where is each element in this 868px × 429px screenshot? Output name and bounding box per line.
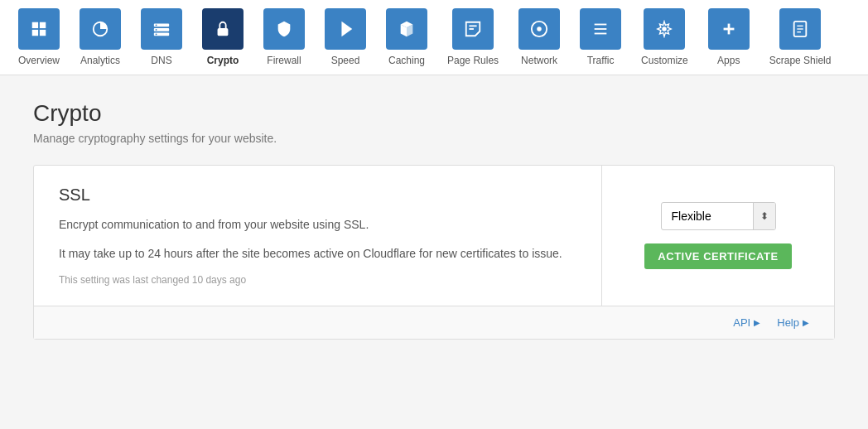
ssl-description: Encrypt communication to and from your w… (59, 216, 576, 234)
nav-label-apps: Apps (717, 55, 740, 66)
nav-label-speed: Speed (331, 55, 360, 66)
nav-item-apps[interactable]: Apps (698, 0, 760, 75)
nav-item-network[interactable]: Network (509, 0, 570, 75)
nav-label-dns: DNS (151, 55, 171, 66)
nav-label-network: Network (521, 55, 557, 66)
nav-label-overview: Overview (18, 55, 60, 66)
nav-label-firewall: Firewall (267, 55, 301, 66)
svg-rect-11 (218, 28, 229, 36)
apps-icon (708, 8, 750, 50)
nav-label-analytics: Analytics (80, 55, 120, 66)
page-rules-icon (452, 8, 494, 50)
svg-marker-12 (341, 22, 352, 36)
nav-label-customize: Customize (641, 55, 688, 66)
caching-icon (386, 8, 427, 50)
nav-item-dns[interactable]: DNS (131, 0, 192, 75)
svg-rect-2 (32, 30, 38, 36)
nav-label-caching: Caching (388, 55, 425, 66)
nav-label-traffic: Traffic (587, 55, 615, 66)
overview-icon (18, 8, 60, 50)
nav-label-page-rules: Page Rules (447, 55, 499, 66)
main-content: Crypto Manage cryptography settings for … (0, 75, 868, 390)
help-link[interactable]: Help ▶ (777, 316, 809, 329)
nav-item-firewall[interactable]: Firewall (253, 0, 315, 75)
card-left: SSL Encrypt communication to and from yo… (34, 166, 602, 306)
active-certificate-button[interactable]: ACTIVE CERTIFICATE (644, 243, 791, 269)
help-link-label: Help (777, 316, 799, 329)
card-right: OffFlexibleFullFull (Strict) ⬍ ACTIVE CE… (602, 166, 834, 306)
nav-item-customize[interactable]: Customize (631, 0, 698, 75)
dropdown-arrow-icon: ⬍ (753, 203, 775, 229)
nav-item-crypto[interactable]: Crypto (192, 0, 253, 75)
svg-point-9 (156, 29, 157, 31)
api-link[interactable]: API ▶ (733, 316, 760, 329)
nav-item-traffic[interactable]: Traffic (570, 0, 631, 75)
nav-item-overview[interactable]: Overview (8, 0, 70, 75)
nav-label-scrape-shield: Scrape Shield (769, 55, 832, 66)
api-link-arrow: ▶ (754, 318, 760, 327)
nav-item-caching[interactable]: Caching (376, 0, 437, 75)
nav-item-page-rules[interactable]: Page Rules (437, 0, 509, 75)
ssl-mode-dropdown-wrap[interactable]: OffFlexibleFullFull (Strict) ⬍ (661, 202, 776, 230)
ssl-mode-select[interactable]: OffFlexibleFullFull (Strict) (662, 203, 753, 229)
svg-point-8 (156, 25, 157, 27)
nav-item-analytics[interactable]: Analytics (70, 0, 131, 75)
crypto-icon (202, 8, 244, 50)
top-nav: Overview Analytics DNS Crypto Firewall (0, 0, 868, 75)
nav-label-crypto: Crypto (207, 55, 239, 66)
network-icon (518, 8, 560, 50)
page-title: Crypto (33, 100, 835, 127)
nav-item-scrape-shield[interactable]: Scrape Shield (760, 0, 841, 75)
nav-item-speed[interactable]: Speed (315, 0, 376, 75)
page-subtitle: Manage cryptography settings for your we… (33, 132, 835, 145)
svg-point-16 (537, 27, 542, 31)
traffic-icon (580, 8, 621, 50)
dns-icon (141, 8, 182, 50)
ssl-title: SSL (59, 186, 576, 205)
svg-rect-0 (32, 22, 38, 28)
ssl-timestamp: This setting was last changed 10 days ag… (59, 274, 576, 286)
customize-icon (644, 8, 685, 50)
analytics-icon (80, 8, 121, 50)
ssl-note: It may take up to 24 hours after the sit… (59, 245, 576, 263)
svg-rect-1 (40, 22, 46, 28)
api-link-label: API (733, 316, 750, 329)
firewall-icon (263, 8, 305, 50)
scrape-shield-icon (779, 8, 821, 50)
card-footer: API ▶ Help ▶ (34, 306, 834, 339)
speed-icon (325, 8, 366, 50)
card-inner: SSL Encrypt communication to and from yo… (34, 166, 834, 306)
ssl-card: SSL Encrypt communication to and from yo… (33, 165, 835, 340)
svg-point-20 (663, 27, 668, 31)
svg-point-10 (156, 34, 157, 36)
help-link-arrow: ▶ (803, 318, 809, 327)
svg-rect-3 (40, 30, 46, 36)
